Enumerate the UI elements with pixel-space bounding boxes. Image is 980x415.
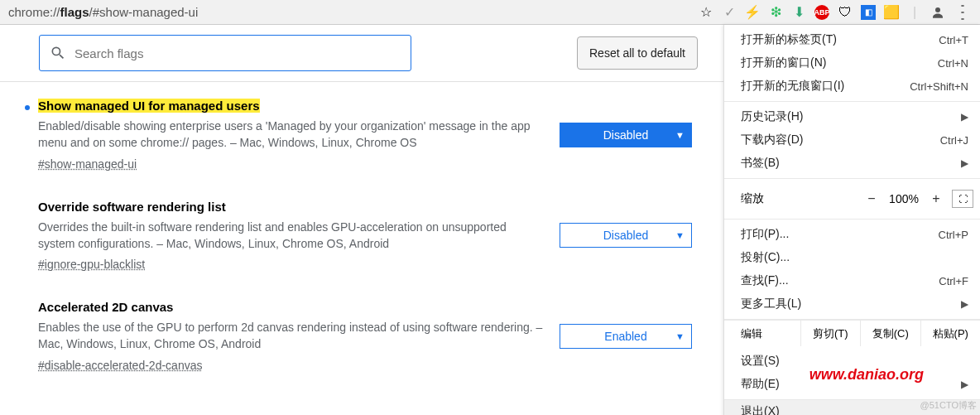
- chevron-right-icon: ▶: [961, 379, 968, 390]
- ext-icon-2[interactable]: ◧: [861, 5, 876, 20]
- browser-toolbar: chrome://flags/#show-managed-ui ☆ ✓ ⚡ ❇ …: [0, 0, 980, 25]
- search-flags-box[interactable]: [39, 35, 411, 71]
- menu-item[interactable]: 打开新的标签页(T)Ctrl+T: [724, 28, 980, 51]
- flag-select[interactable]: Disabled ▼: [560, 223, 692, 248]
- flag-row: Show managed UI for managed users Enable…: [25, 99, 715, 171]
- menu-shortcut: Ctrl+P: [939, 229, 968, 241]
- flag-anchor-link[interactable]: #ignore-gpu-blacklist: [38, 258, 145, 271]
- flag-select-value: Disabled: [603, 128, 648, 142]
- lightning-icon[interactable]: ⚡: [745, 5, 760, 20]
- flag-anchor-link[interactable]: #show-managed-ui: [38, 157, 137, 171]
- chrome-menu: 打开新的标签页(T)Ctrl+T打开新的窗口(N)Ctrl+N打开新的无痕窗口(…: [723, 25, 980, 415]
- flag-description: Enables the use of the GPU to perform 2d…: [38, 319, 543, 353]
- flag-select-value: Enabled: [604, 330, 646, 343]
- menu-label: 更多工具(L): [741, 297, 954, 311]
- cto-watermark: @51CTO博客: [920, 399, 977, 412]
- menu-label: 书签(B): [741, 156, 954, 171]
- watermark: www.daniao.org: [809, 366, 924, 384]
- menu-label: 打开新的无痕窗口(I): [741, 79, 910, 94]
- flag-description: Overrides the built-in software renderin…: [38, 219, 543, 253]
- flag-select[interactable]: Enabled ▼: [560, 324, 692, 349]
- menu-item[interactable]: 打开新的无痕窗口(I)Ctrl+Shift+N: [724, 75, 980, 98]
- menu-label: 查找(F)...: [741, 273, 939, 288]
- toolbar-icons: ☆ ✓ ⚡ ❇ ⬇ ABP 🛡 ◧ 🟨 |: [699, 3, 977, 22]
- zoom-in-button[interactable]: +: [924, 191, 949, 206]
- chevron-down-icon: ▼: [675, 331, 685, 341]
- ext-icon-3[interactable]: 🟨: [884, 5, 899, 20]
- fullscreen-button[interactable]: ⛶: [952, 190, 973, 208]
- check-icon[interactable]: ✓: [722, 5, 737, 20]
- idm-icon[interactable]: ⬇: [791, 5, 806, 20]
- svg-point-0: [935, 7, 940, 12]
- url-prefix: chrome://: [8, 5, 60, 19]
- menu-shortcut: Ctrl+J: [940, 134, 968, 147]
- zoom-out-button[interactable]: −: [859, 191, 884, 206]
- search-input[interactable]: [74, 46, 401, 60]
- menu-item[interactable]: 打印(P)...Ctrl+P: [724, 223, 980, 246]
- reset-all-button[interactable]: Reset all to default: [577, 36, 698, 70]
- flags-page: Reset all to default Show managed UI for…: [0, 25, 723, 415]
- flag-description: Enabled/disable showing enterprise users…: [38, 118, 543, 152]
- zoom-percent: 100%: [884, 192, 924, 205]
- flag-title: Show managed UI for managed users: [38, 99, 260, 113]
- evernote-icon[interactable]: ❇: [768, 5, 783, 20]
- menu-item[interactable]: 查找(F)...Ctrl+F: [724, 269, 980, 292]
- zoom-row: 缩放 − 100% + ⛶: [724, 182, 980, 215]
- menu-item[interactable]: 投射(C)...: [724, 246, 980, 269]
- menu-shortcut: Ctrl+Shift+N: [910, 80, 968, 93]
- flag-title: Override software rendering list: [38, 200, 226, 214]
- profile-icon[interactable]: [930, 5, 945, 20]
- chevron-down-icon: ▼: [675, 130, 685, 140]
- edit-label: 编辑: [724, 321, 801, 346]
- menu-label: 打开新的窗口(N): [741, 55, 938, 70]
- flag-row: Accelerated 2D canvas Enables the use of…: [25, 300, 715, 373]
- menu-item[interactable]: 更多工具(L)▶: [724, 292, 980, 316]
- menu-item[interactable]: 历史记录(H)▶: [724, 105, 980, 128]
- menu-label: 打印(P)...: [741, 227, 939, 242]
- paste-button[interactable]: 粘贴(P): [921, 321, 981, 346]
- menu-item[interactable]: 打开新的窗口(N)Ctrl+N: [724, 51, 980, 75]
- menu-shortcut: Ctrl+N: [938, 57, 968, 70]
- abp-icon[interactable]: ABP: [814, 5, 829, 20]
- menu-label: 历史记录(H): [741, 109, 954, 124]
- chevron-right-icon: ▶: [961, 298, 968, 310]
- zoom-label: 缩放: [741, 191, 859, 206]
- flag-title: Accelerated 2D canvas: [38, 300, 173, 314]
- more-menu-button[interactable]: [954, 3, 972, 22]
- edit-row: 编辑 剪切(T) 复制(C) 粘贴(P): [724, 320, 980, 346]
- menu-item[interactable]: 下载内容(D)Ctrl+J: [724, 128, 980, 152]
- menu-label: 打开新的标签页(T): [741, 32, 939, 47]
- copy-button[interactable]: 复制(C): [861, 321, 921, 346]
- star-icon[interactable]: ☆: [699, 5, 713, 20]
- menu-label: 投射(C)...: [741, 250, 968, 265]
- address-bar[interactable]: chrome://flags/#show-managed-ui: [3, 5, 699, 19]
- menu-label: 下载内容(D): [741, 133, 940, 147]
- flag-select[interactable]: Disabled ▼: [560, 123, 692, 147]
- menu-item[interactable]: 书签(B)▶: [724, 152, 980, 175]
- flag-indicator-dot: [25, 105, 30, 110]
- chevron-right-icon: ▶: [961, 157, 968, 169]
- menu-shortcut: Ctrl+T: [939, 34, 968, 46]
- divider: |: [907, 5, 922, 20]
- flag-row: Override software rendering list Overrid…: [25, 200, 715, 273]
- ext-icon-1[interactable]: 🛡: [838, 5, 853, 20]
- url-bold: flags: [60, 5, 89, 19]
- flag-select-value: Disabled: [603, 229, 648, 242]
- flag-anchor-link[interactable]: #disable-accelerated-2d-canvas: [38, 359, 202, 372]
- url-suffix: /#show-managed-ui: [89, 5, 199, 19]
- chevron-right-icon: ▶: [961, 111, 968, 123]
- menu-shortcut: Ctrl+F: [939, 275, 968, 287]
- chevron-down-icon: ▼: [675, 230, 685, 240]
- search-icon: [50, 45, 66, 61]
- cut-button[interactable]: 剪切(T): [801, 321, 862, 346]
